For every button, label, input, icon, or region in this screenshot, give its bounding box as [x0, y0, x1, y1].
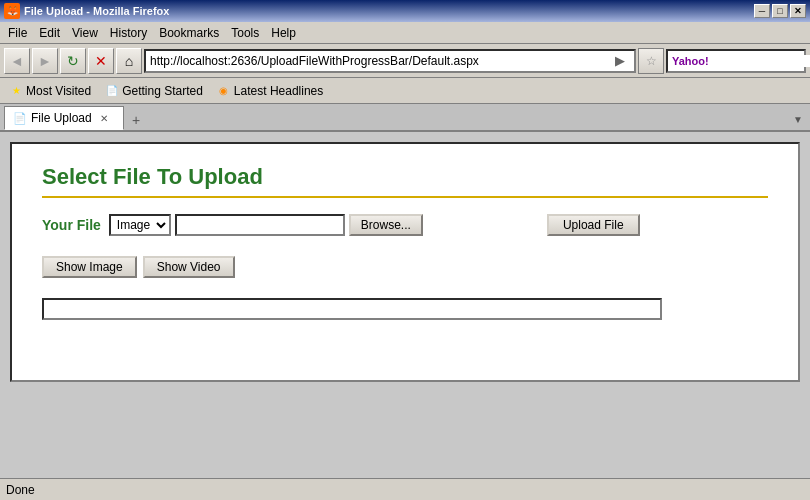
page-frame: Select File To Upload Your File Image Vi…: [10, 142, 800, 382]
status-bar: Done: [0, 478, 810, 500]
nav-bar: ◄ ► ↻ ✕ ⌂ http://localhost:2636/UploadFi…: [0, 44, 810, 78]
menu-bookmarks[interactable]: Bookmarks: [153, 24, 225, 42]
window-title: File Upload - Mozilla Firefox: [24, 5, 169, 17]
bookmark-star-button[interactable]: ☆: [638, 48, 664, 74]
title-bar: 🦊 File Upload - Mozilla Firefox ─ □ ✕: [0, 0, 810, 22]
forward-button[interactable]: ►: [32, 48, 58, 74]
bookmark-getting-started[interactable]: 📄 Getting Started: [100, 82, 208, 100]
show-video-button[interactable]: Show Video: [143, 256, 235, 278]
browser-content: Select File To Upload Your File Image Vi…: [0, 132, 810, 478]
progress-bar: [42, 298, 662, 320]
yahoo-search-input[interactable]: [711, 55, 810, 67]
getting-started-icon: 📄: [105, 84, 119, 98]
your-file-row: Your File Image Video Audio Browse... Up…: [42, 214, 768, 236]
address-go-button[interactable]: ▶: [610, 53, 630, 68]
app-icon: 🦊: [4, 3, 20, 19]
bookmark-most-visited[interactable]: ★ Most Visited: [4, 82, 96, 100]
back-button[interactable]: ◄: [4, 48, 30, 74]
window-controls: ─ □ ✕: [754, 4, 806, 18]
home-button[interactable]: ⌂: [116, 48, 142, 74]
address-bar: http://localhost:2636/UploadFileWithProg…: [144, 49, 636, 73]
file-path-input[interactable]: [175, 214, 345, 236]
address-text[interactable]: http://localhost:2636/UploadFileWithProg…: [150, 54, 610, 68]
menu-view[interactable]: View: [66, 24, 104, 42]
status-text: Done: [6, 483, 35, 497]
latest-headlines-label: Latest Headlines: [234, 84, 323, 98]
menu-history[interactable]: History: [104, 24, 153, 42]
getting-started-label: Getting Started: [122, 84, 203, 98]
yahoo-search-bar: Yahoo! 🔍: [666, 49, 806, 73]
close-button[interactable]: ✕: [790, 4, 806, 18]
most-visited-icon: ★: [9, 84, 23, 98]
your-file-label: Your File: [42, 217, 101, 233]
most-visited-label: Most Visited: [26, 84, 91, 98]
tab-label: File Upload: [31, 111, 92, 125]
reload-button[interactable]: ↻: [60, 48, 86, 74]
tab-icon: 📄: [13, 111, 27, 125]
tab-file-upload[interactable]: 📄 File Upload ✕: [4, 106, 124, 130]
menu-help[interactable]: Help: [265, 24, 302, 42]
show-buttons-row: Show Image Show Video: [42, 256, 768, 278]
new-tab-button[interactable]: +: [126, 110, 146, 130]
tab-bar: 📄 File Upload ✕ + ▼: [0, 104, 810, 132]
page-title: Select File To Upload: [42, 164, 768, 198]
show-image-button[interactable]: Show Image: [42, 256, 137, 278]
menu-file[interactable]: File: [2, 24, 33, 42]
browse-button[interactable]: Browse...: [349, 214, 423, 236]
menu-bar: File Edit View History Bookmarks Tools H…: [0, 22, 810, 44]
tab-close-button[interactable]: ✕: [100, 113, 108, 124]
tab-scroll-button[interactable]: ▼: [790, 108, 806, 130]
rss-icon: ◉: [217, 84, 231, 98]
minimize-button[interactable]: ─: [754, 4, 770, 18]
file-type-select[interactable]: Image Video Audio: [109, 214, 171, 236]
bookmark-latest-headlines[interactable]: ◉ Latest Headlines: [212, 82, 328, 100]
upload-file-button[interactable]: Upload File: [547, 214, 640, 236]
bookmarks-bar: ★ Most Visited 📄 Getting Started ◉ Lates…: [0, 78, 810, 104]
stop-button[interactable]: ✕: [88, 48, 114, 74]
yahoo-logo: Yahoo!: [672, 55, 709, 67]
maximize-button[interactable]: □: [772, 4, 788, 18]
menu-edit[interactable]: Edit: [33, 24, 66, 42]
menu-tools[interactable]: Tools: [225, 24, 265, 42]
